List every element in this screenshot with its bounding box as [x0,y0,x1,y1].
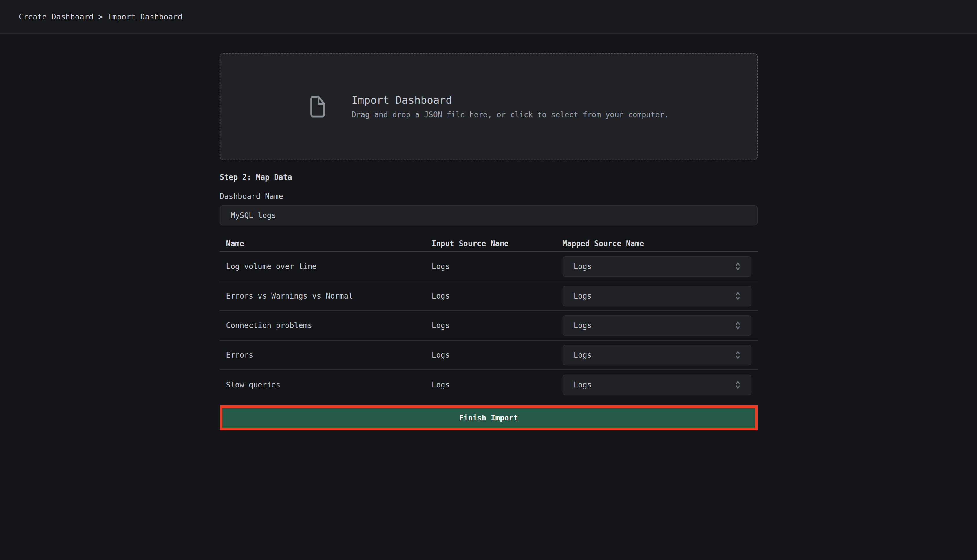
chevron-up-down-icon [734,349,742,361]
dashboard-name-input[interactable] [220,205,757,225]
mapped-source-value: Logs [574,321,592,330]
row-name: Slow queries [226,380,432,389]
mapped-source-select[interactable]: Logs [563,375,752,395]
main-content: Import Dashboard Drag and drop a JSON fi… [220,53,757,430]
row-input-source: Logs [432,321,563,330]
page: Create Dashboard > Import Dashboard Impo… [0,0,977,430]
breadcrumb-separator: > [98,12,103,21]
row-name: Errors [226,351,432,359]
dropzone-subtitle: Drag and drop a JSON file here, or click… [352,110,669,119]
row-input-source: Logs [432,380,563,389]
file-icon [308,95,327,118]
finish-import-button[interactable]: Finish Import [222,408,755,428]
dropzone-text: Import Dashboard Drag and drop a JSON fi… [352,94,669,119]
table-row: Log volume over time Logs Logs [220,252,757,282]
table-row: Errors vs Warnings vs Normal Logs Logs [220,282,757,311]
mapped-source-value: Logs [574,262,592,271]
row-name: Log volume over time [226,262,432,271]
row-name: Errors vs Warnings vs Normal [226,292,432,300]
mapped-source-select[interactable]: Logs [563,286,752,307]
breadcrumb-import-dashboard[interactable]: Import Dashboard [108,12,182,21]
table-row: Errors Logs Logs [220,340,757,370]
annotation-highlight-box: Finish Import [220,405,757,430]
dropzone-title: Import Dashboard [352,94,669,106]
breadcrumb: Create Dashboard > Import Dashboard [19,12,182,21]
dashboard-name-label: Dashboard Name [220,192,757,201]
step-heading: Step 2: Map Data [220,173,757,182]
table-body: Log volume over time Logs Logs Errors vs… [220,252,757,400]
row-input-source: Logs [432,262,563,271]
table-row: Slow queries Logs Logs [220,370,757,400]
dropzone-file-picker[interactable]: Import Dashboard Drag and drop a JSON fi… [220,53,757,160]
row-mapped-source-cell: Logs [563,375,757,395]
column-header-input-source: Input Source Name [432,239,563,248]
chevron-up-down-icon [734,379,742,391]
mapped-source-select[interactable]: Logs [563,315,752,336]
column-header-name: Name [226,239,432,248]
table-row: Connection problems Logs Logs [220,311,757,340]
table-header-row: Name Input Source Name Mapped Source Nam… [220,236,757,252]
column-header-mapped-source: Mapped Source Name [563,239,757,248]
row-mapped-source-cell: Logs [563,286,757,307]
mapped-source-value: Logs [574,351,592,359]
row-input-source: Logs [432,292,563,300]
chevron-up-down-icon [734,260,742,272]
breadcrumb-create-dashboard[interactable]: Create Dashboard [19,12,93,21]
row-mapped-source-cell: Logs [563,345,757,365]
row-name: Connection problems [226,321,432,330]
topbar: Create Dashboard > Import Dashboard [0,0,977,34]
row-mapped-source-cell: Logs [563,256,757,277]
row-mapped-source-cell: Logs [563,315,757,336]
row-input-source: Logs [432,351,563,359]
mapped-source-select[interactable]: Logs [563,345,752,365]
chevron-up-down-icon [734,290,742,302]
mapping-table: Name Input Source Name Mapped Source Nam… [220,236,757,400]
mapped-source-value: Logs [574,380,592,389]
mapped-source-value: Logs [574,292,592,300]
mapped-source-select[interactable]: Logs [563,256,752,277]
chevron-up-down-icon [734,319,742,332]
